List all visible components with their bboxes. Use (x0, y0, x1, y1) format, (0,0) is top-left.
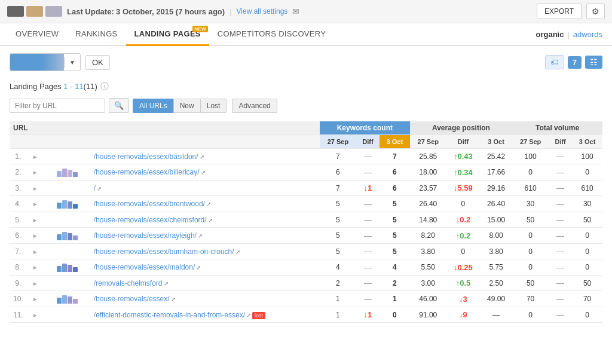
url-cell: /house-removals/essex/billericay/➚ (91, 164, 320, 181)
url-link[interactable]: /efficient-domestic-removals-in-and-from… (94, 311, 245, 319)
up-arrow-icon: ↑0.43 (454, 152, 473, 161)
up-arrow-icon: ↑0.34 (454, 168, 473, 177)
url-link[interactable]: /house-removals/essex/burnham-on-crouch/ (94, 247, 234, 256)
external-link-icon[interactable]: ➚ (164, 280, 169, 287)
up-arrow-icon: ↑0.5 (456, 279, 471, 287)
tab-overview[interactable]: OVERVIEW (7, 23, 67, 46)
top-bar: Last Update: 3 October, 2015 (7 hours ag… (0, 0, 612, 23)
url-link[interactable]: /house-removals/essex/brentwood/ (94, 200, 205, 208)
mini-bars (44, 307, 91, 323)
kw-diff: — (356, 149, 380, 164)
row-number: 5. (10, 212, 27, 228)
url-cell: /house-removals/essex/maldon/➚ (91, 259, 320, 276)
down-arrow-icon: ↓1 (364, 183, 372, 192)
url-link[interactable]: /house-removals/essex/billericay/ (94, 168, 200, 176)
external-link-icon[interactable]: ➚ (206, 201, 211, 207)
url-filter-input[interactable] (10, 99, 105, 113)
dropdown-arrow-icon[interactable]: ▼ (64, 57, 80, 68)
avg-diff: ↑0.5 (446, 276, 480, 291)
nav-organic[interactable]: organic (534, 24, 567, 45)
external-link-icon[interactable]: ➚ (200, 154, 204, 160)
tab-lost[interactable]: Lost (200, 99, 227, 113)
kw-sep27: 5 (320, 196, 356, 212)
external-link-icon[interactable]: ➚ (201, 169, 206, 176)
expand-button[interactable]: ► (27, 212, 44, 228)
external-link-icon[interactable]: ➚ (198, 233, 203, 239)
vol-sep27-header[interactable]: 27 Sep (512, 135, 549, 149)
external-link-icon[interactable]: ➚ (208, 217, 213, 224)
external-link-icon[interactable]: ➚ (97, 185, 102, 192)
advanced-button[interactable]: Advanced (232, 99, 277, 113)
settings-button[interactable]: ⚙ (586, 4, 605, 19)
search-button[interactable]: 🔍 (109, 98, 129, 113)
expand-button[interactable]: ► (27, 244, 44, 259)
url-link[interactable]: /removals-chelmsford (94, 279, 163, 287)
count-badge: 7 (568, 56, 582, 69)
kw-sep27-header[interactable]: 27 Sep (320, 135, 356, 149)
external-link-icon[interactable]: ➚ (196, 264, 201, 271)
vol-oct3: 100 (572, 149, 602, 164)
vol-oct3-header[interactable]: 3 Oct (572, 135, 602, 149)
url-link[interactable]: /house-removals/essex/basildon/ (94, 152, 198, 161)
grid-icon[interactable]: ☷ (585, 56, 602, 69)
avg-sep27: 25.85 (410, 149, 446, 164)
external-link-icon[interactable]: ➚ (235, 249, 240, 255)
table-row: 5.►/house-removals/essex/chelmsford/➚5—5… (10, 212, 602, 228)
vol-oct3: 0 (572, 307, 602, 323)
tab-new[interactable]: New (173, 99, 201, 113)
vol-oct3: 30 (572, 196, 602, 212)
tab-landing-pages[interactable]: LANDING PAGES new (126, 23, 209, 46)
avg-sep27-header[interactable]: 27 Sep (410, 135, 446, 149)
expand-button[interactable]: ► (27, 291, 44, 307)
row-number: 11. (10, 307, 27, 323)
url-filter-tabs: All URLs New Lost (133, 99, 226, 113)
expand-button[interactable]: ► (27, 196, 44, 212)
external-link-icon[interactable]: ➚ (246, 312, 251, 319)
url-link[interactable]: / (94, 184, 96, 192)
avg-diff-header[interactable]: Diff (446, 135, 480, 149)
url-dropdown[interactable]: ▼ (10, 53, 81, 71)
external-link-icon[interactable]: ➚ (171, 296, 176, 302)
vol-diff: — (549, 244, 572, 259)
avg-sep27: 23.57 (410, 181, 446, 196)
avg-sep27: 26.40 (410, 196, 446, 212)
expand-button[interactable]: ► (27, 276, 44, 291)
url-link[interactable]: /house-removals/essex/ (94, 295, 170, 303)
url-link[interactable]: /house-removals/essex/maldon/ (94, 263, 195, 271)
expand-button[interactable]: ► (27, 228, 44, 244)
filter-right: 🏷 7 ☷ (545, 55, 602, 69)
kw-diff-header[interactable]: Diff (356, 135, 380, 149)
url-cell: /efficient-domestic-removals-in-and-from… (91, 307, 320, 323)
url-link[interactable]: /house-removals/essex/rayleigh/ (94, 231, 197, 240)
ok-button[interactable]: OK (85, 55, 110, 70)
table-row: 10.►/house-removals/essex/➚1—146.00↓349.… (10, 291, 602, 307)
nav-adwords[interactable]: adwords (571, 24, 605, 45)
expand-button[interactable]: ► (27, 307, 44, 323)
url-link[interactable]: /house-removals/essex/chelmsford/ (94, 216, 207, 224)
avg-oct3-header[interactable]: 3 Oct (480, 135, 512, 149)
export-button[interactable]: EXPORT (537, 4, 582, 19)
tab-all-urls[interactable]: All URLs (133, 99, 174, 113)
expand-button[interactable]: ► (27, 259, 44, 276)
kw-oct3: 2 (380, 276, 410, 291)
down-arrow-icon: ↓0.2 (456, 215, 471, 224)
kw-sep27: 7 (320, 181, 356, 196)
expand-button[interactable]: ► (27, 181, 44, 196)
view-settings-link[interactable]: View all settings (237, 7, 288, 16)
logo-block-3 (45, 6, 62, 17)
info-icon[interactable]: ⓘ (100, 81, 109, 91)
avg-sep27: 18.00 (410, 164, 446, 181)
vol-diff-header[interactable]: Diff (549, 135, 572, 149)
tag-icon[interactable]: 🏷 (545, 55, 564, 69)
expand-button[interactable]: ► (27, 149, 44, 164)
kw-oct3-header[interactable]: 3 Oct (380, 135, 410, 149)
table-row: 4.►/house-removals/essex/brentwood/➚5—52… (10, 196, 602, 212)
tab-competitors[interactable]: COMPETITORS DISCOVERY (209, 23, 334, 46)
tab-rankings[interactable]: RANKINGS (67, 23, 126, 46)
kw-diff: ↓1 (356, 181, 380, 196)
avg-diff: ↑0.34 (446, 164, 480, 181)
kw-sep27: 6 (320, 164, 356, 181)
expand-button[interactable]: ► (27, 164, 44, 181)
kw-diff: — (356, 276, 380, 291)
dropdown-color (10, 54, 64, 71)
